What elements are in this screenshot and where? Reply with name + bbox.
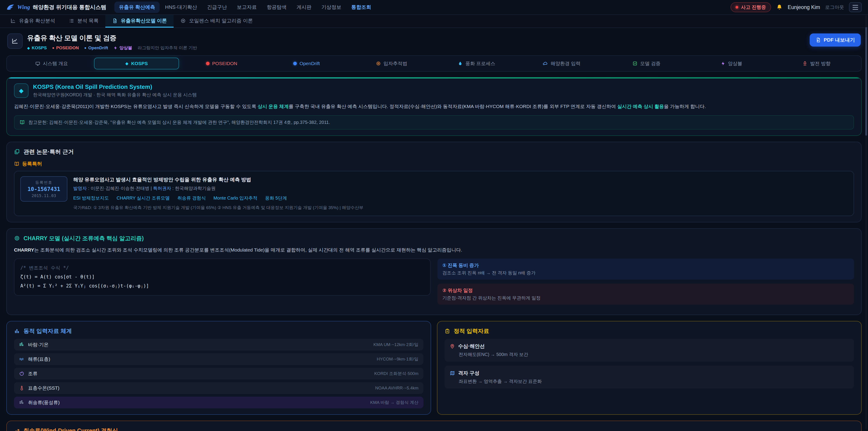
callout-body: 기준점-격자점 간 위상차는 진폭에 무관하게 일정 bbox=[442, 295, 849, 301]
section-item-particle-tracking[interactable]: 입자추적법 bbox=[349, 57, 434, 70]
incident-dot-icon bbox=[736, 6, 738, 8]
kosps-description: 김혜진·이문진·오세웅·강준묵(2011)이 개발한 KOSPS는 유류오염사고… bbox=[14, 102, 854, 111]
section-item-opendrift[interactable]: OpenDrift bbox=[264, 58, 349, 69]
app-title: 해양환경 위기대응 통합시스템 bbox=[33, 4, 106, 11]
wind-icon bbox=[19, 342, 24, 347]
dynamic-input-rows: 바람·기온 KMA UM·~12km·2회/일 해류(표층) HYCOM·~9k… bbox=[14, 339, 423, 408]
nav-item-emergency-rescue[interactable]: 긴급구난 bbox=[203, 2, 231, 13]
nav-item-board[interactable]: 게시판 bbox=[292, 2, 316, 13]
code-comment: /* 변조조석 수식 */ bbox=[20, 264, 424, 273]
patent-tag-weathering-stages[interactable]: 풍화 5단계 bbox=[265, 195, 287, 201]
callout-body: 검조소 조위 진폭 n배 → 전 격자 동일 n배 증가 bbox=[442, 270, 849, 276]
papers-icon bbox=[14, 149, 20, 155]
dynamic-row-current: 해류(표층) HYCOM·~9km·1회/일 bbox=[14, 353, 423, 365]
patent-rnd-note: 국가R&D: ① 3차원 유출유 확산예측 기반 방제 지원기술 개발 (기여율… bbox=[73, 205, 364, 211]
kosps-diamond-icon: ◆ bbox=[14, 83, 29, 98]
tab-analysis-list[interactable]: 분석 목록 bbox=[62, 15, 105, 28]
bar-chart-icon bbox=[14, 328, 20, 334]
main-navigation: 유출유 확산예측 HNS·대기확산 긴급구난 보고자료 항공탐색 게시판 기상정… bbox=[114, 2, 376, 13]
section-item-kosps[interactable]: ◆ KOSPS bbox=[94, 58, 179, 69]
nav-item-reports[interactable]: 보고자료 bbox=[232, 2, 261, 13]
callout-phase-constant: ② 위상차 일정 기준점-격자점 간 위상차는 진폭에 무관하게 일정 bbox=[437, 284, 854, 305]
section-item-future-direction[interactable]: 발전 방향 bbox=[774, 57, 859, 70]
incident-status-badge: 사고 진행중 bbox=[731, 2, 771, 12]
tab-label: 오일펜스 배치 알고리즘 이론 bbox=[189, 18, 253, 24]
static-item-desc: 좌표변환 → 영역추출 → 격자보간 표준화 bbox=[450, 378, 849, 384]
patent-tag-wdc-formula[interactable]: 취송류 경험식 bbox=[178, 195, 206, 201]
charry-description: CHARRY는 조화분석에 의한 검조소 실시간 조위와 조석 수치모델링에 의… bbox=[14, 246, 854, 254]
patent-tag-charry-model[interactable]: CHARRY 실시간 조류모델 bbox=[117, 195, 170, 201]
header-subtitle: 라그랑지안 입자추적 이론 기반 bbox=[138, 45, 197, 51]
page-scrollbar[interactable] bbox=[865, 16, 867, 429]
dynamic-row-tide: 조류 KORDI 조화분석·500m bbox=[14, 368, 423, 379]
section-item-ocean-env-input[interactable]: 해양환경 입력 bbox=[519, 57, 604, 70]
orange-book-icon bbox=[14, 161, 20, 166]
static-item-bathymetry: 수심·해안선 전자해도(ENC) → 500m 격자 보간 bbox=[445, 339, 854, 362]
dynamic-inputs-card: 동적 입력자료 체계 바람·기온 KMA UM·~12km·2회/일 해류(표층… bbox=[6, 321, 431, 415]
badge-poseidon: ●POSEIDON bbox=[52, 45, 79, 51]
patent-number: 10-1567431 bbox=[25, 186, 63, 192]
nav-item-air-search[interactable]: 항공탐색 bbox=[262, 2, 291, 13]
brand-wing-word: Wing bbox=[17, 4, 30, 11]
logout-button[interactable]: 로그아웃 bbox=[825, 4, 844, 10]
red-dot-icon: ● bbox=[52, 46, 55, 50]
document-icon bbox=[112, 18, 118, 24]
dynamic-inputs-title: 동적 입력자료 체계 bbox=[14, 327, 423, 335]
section-item-model-validation[interactable]: 모델 검증 bbox=[604, 57, 689, 70]
tab-label: 유출유 확산분석 bbox=[19, 18, 55, 24]
section-item-poseidon[interactable]: POSEIDON bbox=[179, 58, 264, 69]
section-item-ensemble[interactable]: 앙상블 bbox=[689, 57, 774, 70]
top-navbar: Wing 해양환경 위기대응 통합시스템 유출유 확산예측 HNS·대기확산 긴… bbox=[0, 0, 868, 15]
check-square-icon bbox=[632, 61, 638, 66]
static-item-desc: 전자해도(ENC) → 500m 격자 보간 bbox=[450, 351, 849, 358]
droplet-icon bbox=[458, 61, 463, 66]
page-header: 유출유 확산 모델 이론 및 검증 ◆KOSPS ●POSEIDON ●Open… bbox=[7, 33, 861, 51]
section-navigation: 시스템 개요 ◆ KOSPS POSEIDON OpenDrift 입자추적법 … bbox=[6, 55, 862, 72]
notification-bell-icon[interactable] bbox=[776, 4, 783, 11]
tab-oil-fence-algorithm-theory[interactable]: 오일펜스 배치 알고리즘 이론 bbox=[174, 15, 259, 28]
nav-item-integrated-search[interactable]: 통합조회 bbox=[347, 2, 376, 13]
poseidon-dot-icon bbox=[206, 62, 210, 65]
nav-item-hns-air-diffusion[interactable]: HNS·대기확산 bbox=[160, 2, 202, 13]
pdf-export-button[interactable]: PDF 내보내기 bbox=[810, 33, 861, 47]
callout-title: ② 위상차 일정 bbox=[442, 287, 849, 294]
section-item-system-overview[interactable]: 시스템 개요 bbox=[9, 57, 94, 70]
badge-ensemble: 앙상블 bbox=[114, 45, 132, 51]
book-icon bbox=[20, 120, 25, 125]
tab-label: 분석 목록 bbox=[77, 18, 98, 24]
monitor-icon bbox=[35, 61, 40, 66]
diamond-icon: ◆ bbox=[27, 46, 30, 50]
hamburger-menu-icon[interactable] bbox=[849, 2, 862, 12]
patent-tag-esi-map[interactable]: ESI 방제정보지도 bbox=[73, 195, 109, 201]
tab-diffusion-model-theory[interactable]: 유출유확산모델 이론 bbox=[105, 15, 174, 28]
thermometer-icon bbox=[19, 386, 24, 391]
brand[interactable]: Wing 해양환경 위기대응 통합시스템 bbox=[6, 4, 106, 11]
clipboard-icon bbox=[445, 329, 450, 334]
blue-dot-icon: ● bbox=[84, 46, 87, 50]
user-name[interactable]: Eunjeong Kim bbox=[788, 4, 820, 10]
tab-spill-analysis[interactable]: 유출유 확산분석 bbox=[4, 15, 62, 28]
nav-item-weather[interactable]: 기상정보 bbox=[317, 2, 346, 13]
patent-tag-monte-carlo[interactable]: Monte Carlo 입자추적 bbox=[213, 195, 257, 201]
bolt-icon bbox=[114, 46, 118, 50]
target-icon bbox=[180, 18, 186, 24]
scrollbar-thumb[interactable] bbox=[865, 27, 867, 135]
patent-date: 2015.11.03 bbox=[25, 193, 63, 198]
page-title: 유출유 확산 모델 이론 및 검증 bbox=[27, 33, 197, 43]
charry-title: CHARRY 모델 (실시간 조류예측 핵심 알고리즘) bbox=[14, 235, 854, 242]
dynamic-row-wind-driven-current: 취송류(풍성류) KMA 바람 → 경험식 계산 bbox=[14, 397, 423, 408]
diamond-icon: ◆ bbox=[125, 61, 128, 66]
topnav-right: 사고 진행중 Eunjeong Kim 로그아웃 bbox=[731, 2, 862, 12]
pdf-export-icon bbox=[815, 37, 821, 43]
section-item-weathering-process[interactable]: 풍화 프로세스 bbox=[434, 57, 519, 70]
callout-title: ① 진폭 동비 증가 bbox=[442, 262, 849, 269]
registered-patent-badge: 등록특허 bbox=[14, 160, 854, 167]
highlight-realtime-use: 실시간 예측 상시 활용 bbox=[617, 104, 664, 109]
modulated-tide-code-block: /* 변조조석 수식 */ ζ(t) = A(t) cos[σt - θ(t)]… bbox=[14, 258, 431, 296]
wind-driven-current-card: 취송류(Wind-Driven Current) 경험식 /* 취송류 유속 (… bbox=[6, 421, 862, 431]
nav-item-oil-spill-prediction[interactable]: 유출유 확산예측 bbox=[114, 2, 160, 13]
patent-name: 해양 유류오염사고 발생시 효율적인 방제방안 수립을 위한 유출유 확산 예측… bbox=[73, 176, 364, 183]
model-badges: ◆KOSPS ●POSEIDON ●OpenDrift 앙상블 라그랑지안 입자… bbox=[27, 45, 197, 51]
kosps-subtitle: 한국해양연구원(KORDI) 개발 · 한국 해역 특화 유출유 확산 예측 상… bbox=[33, 92, 197, 98]
code-formula-amplitude: A²(t) = Σ Yᵢ² + 2Σ YᵢYⱼ cos[(σᵢ-σⱼ)t-(φᵢ… bbox=[20, 282, 424, 291]
